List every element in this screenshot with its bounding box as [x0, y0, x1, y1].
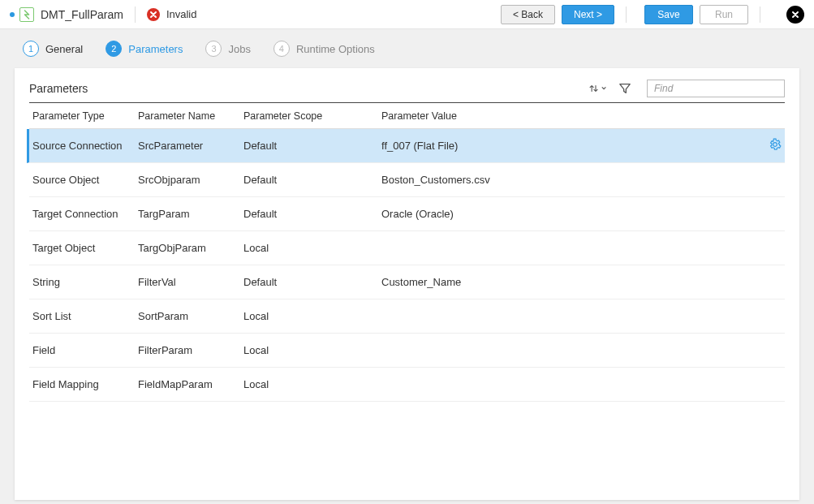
- gear-icon: [769, 138, 782, 153]
- cell-type: Sort List: [32, 310, 138, 322]
- next-button[interactable]: Next >: [562, 5, 614, 24]
- wizard-steps: 1 General 2 Parameters 3 Jobs 4 Runtime …: [0, 29, 814, 68]
- cell-scope: Local: [243, 242, 381, 254]
- save-button[interactable]: Save: [644, 5, 693, 24]
- col-header-type: Parameter Type: [32, 110, 138, 122]
- table-header: Parameter Type Parameter Name Parameter …: [29, 103, 785, 129]
- cell-name: SrcParameter: [138, 140, 243, 152]
- back-button[interactable]: < Back: [501, 5, 555, 24]
- cell-name: TargObjParam: [138, 242, 243, 254]
- table-row[interactable]: StringFilterValDefaultCustomer_Name: [29, 265, 785, 299]
- cell-name: TargParam: [138, 208, 243, 220]
- filter-icon: [618, 82, 631, 95]
- panel-toolbar: Parameters: [29, 80, 785, 103]
- step-label: Jobs: [228, 43, 250, 55]
- table-row[interactable]: Sort ListSortParamLocal: [29, 299, 785, 334]
- table-row[interactable]: Target ObjectTargObjParamLocal: [29, 231, 785, 265]
- cell-name: SrcObjparam: [138, 174, 243, 186]
- step-number-badge: 2: [106, 41, 122, 57]
- sort-icon: [588, 82, 600, 95]
- cell-scope: Local: [243, 344, 381, 356]
- table-row[interactable]: FieldFilterParamLocal: [29, 334, 785, 368]
- cell-value: Boston_Customers.csv: [381, 174, 752, 186]
- cell-scope: Local: [243, 310, 381, 322]
- panel-title: Parameters: [29, 82, 88, 95]
- cell-name: FilterVal: [138, 276, 243, 288]
- top-bar: DMT_FullParam Invalid < Back Next > Save…: [0, 0, 814, 29]
- cell-type: Field: [32, 344, 138, 356]
- table-row[interactable]: Target ConnectionTargParamDefaultOracle …: [29, 197, 785, 231]
- row-action: [752, 138, 782, 153]
- chevron-down-icon: [601, 86, 606, 91]
- find-input[interactable]: [647, 80, 785, 97]
- cell-type: Target Object: [32, 242, 138, 254]
- step-label: General: [45, 43, 83, 55]
- step-number-badge: 4: [273, 41, 290, 57]
- unsaved-indicator-icon: [10, 12, 15, 17]
- parameters-panel: Parameters Parameter Type Parameter Name…: [15, 68, 799, 500]
- page-title: DMT_FullParam: [41, 8, 123, 21]
- step-number-badge: 3: [205, 41, 222, 57]
- step-runtime-options[interactable]: 4 Runtime Options: [273, 41, 375, 57]
- cell-value: ff_007 (Flat File): [381, 140, 752, 152]
- step-jobs[interactable]: 3 Jobs: [205, 41, 250, 57]
- cell-scope: Default: [243, 174, 381, 186]
- table-row[interactable]: Field MappingFieldMapParamLocal: [29, 368, 785, 402]
- col-header-name: Parameter Name: [138, 110, 243, 122]
- cell-value: Customer_Name: [381, 276, 752, 288]
- cell-scope: Default: [243, 140, 381, 152]
- sort-button[interactable]: [588, 80, 606, 97]
- table-row[interactable]: Source ObjectSrcObjparamDefaultBoston_Cu…: [29, 163, 785, 197]
- row-settings-button[interactable]: [769, 138, 782, 153]
- validation-status: Invalid: [147, 8, 197, 21]
- cell-type: Target Connection: [32, 208, 138, 220]
- cell-type: String: [32, 276, 138, 288]
- step-label: Parameters: [128, 43, 183, 55]
- table-body: Source ConnectionSrcParameterDefaultff_0…: [29, 129, 785, 402]
- error-icon: [147, 8, 160, 21]
- step-label: Runtime Options: [296, 43, 375, 55]
- close-button[interactable]: [786, 6, 804, 24]
- cell-name: FilterParam: [138, 344, 243, 356]
- cell-type: Field Mapping: [32, 378, 138, 390]
- cell-scope: Default: [243, 208, 381, 220]
- table-row[interactable]: Source ConnectionSrcParameterDefaultff_0…: [27, 129, 785, 163]
- divider: [626, 6, 627, 23]
- step-number-badge: 1: [23, 41, 39, 57]
- cell-scope: Local: [243, 378, 381, 390]
- cell-name: FieldMapParam: [138, 378, 243, 390]
- validation-status-text: Invalid: [166, 8, 197, 20]
- divider: [135, 6, 136, 23]
- col-header-value: Parameter Value: [381, 110, 752, 122]
- cell-type: Source Connection: [32, 140, 138, 152]
- col-header-scope: Parameter Scope: [243, 110, 381, 122]
- cell-type: Source Object: [32, 174, 138, 186]
- divider: [760, 6, 760, 23]
- cell-scope: Default: [243, 276, 381, 288]
- cell-value: Oracle (Oracle): [381, 208, 752, 220]
- cell-name: SortParam: [138, 310, 243, 322]
- filter-button[interactable]: [616, 80, 634, 97]
- close-icon: [791, 11, 799, 19]
- step-general[interactable]: 1 General: [23, 41, 83, 57]
- task-type-icon: [19, 7, 34, 22]
- step-parameters[interactable]: 2 Parameters: [106, 41, 183, 57]
- run-button[interactable]: Run: [700, 5, 748, 24]
